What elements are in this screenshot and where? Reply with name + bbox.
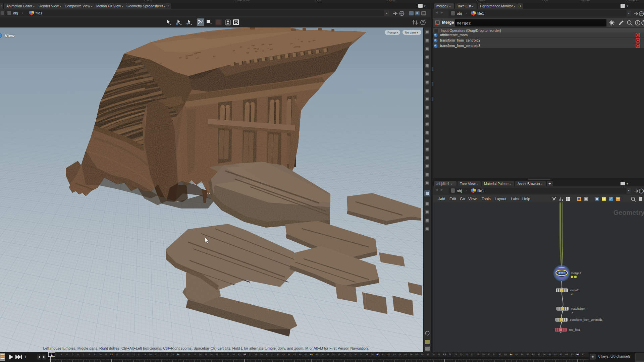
svg-text:31: 31: [216, 353, 218, 356]
svg-text:transform_from_centroid5: transform_from_centroid5: [570, 318, 603, 321]
svg-text:9: 9: [94, 353, 96, 356]
svg-text:70: 70: [432, 353, 435, 356]
svg-text:2: 2: [55, 353, 57, 356]
svg-text:15: 15: [127, 353, 129, 356]
svg-text:23: 23: [171, 353, 174, 356]
svg-text:97: 97: [582, 353, 585, 356]
svg-text:68: 68: [421, 353, 424, 356]
svg-text:88: 88: [532, 353, 535, 356]
svg-text:20: 20: [155, 353, 157, 356]
svg-text:Left mouse tumbles. Middle pan: Left mouse tumbles. Middle pans. Right d…: [43, 346, 369, 350]
svg-text:63: 63: [393, 353, 396, 356]
svg-text:89: 89: [538, 353, 540, 356]
svg-text:29: 29: [205, 353, 207, 356]
svg-text:90: 90: [543, 353, 546, 356]
svg-text:17: 17: [138, 353, 141, 356]
svg-text:41: 41: [271, 353, 274, 356]
svg-text:i: i: [427, 332, 427, 335]
svg-text:94: 94: [566, 353, 568, 356]
svg-text:6: 6: [77, 353, 79, 356]
svg-text:Geometry: Geometry: [613, 209, 644, 216]
svg-text:Persp ▾: Persp ▾: [387, 31, 398, 34]
svg-text:62: 62: [388, 353, 390, 356]
svg-text:8: 8: [89, 353, 90, 356]
svg-text:10: 10: [99, 353, 102, 356]
svg-text:11: 11: [105, 353, 107, 356]
svg-text:27: 27: [194, 353, 196, 356]
svg-text:42: 42: [277, 353, 279, 356]
svg-text:30: 30: [210, 353, 213, 356]
svg-text:12: 12: [110, 353, 113, 356]
svg-text:18: 18: [144, 353, 146, 356]
svg-text:View: View: [5, 33, 15, 38]
svg-text:92: 92: [554, 353, 557, 356]
svg-text:36: 36: [243, 353, 246, 356]
svg-text:91: 91: [549, 353, 551, 356]
svg-text:87: 87: [527, 353, 529, 356]
svg-text:39: 39: [260, 353, 263, 356]
svg-text:52: 52: [332, 353, 335, 356]
svg-text:64: 64: [399, 353, 401, 356]
svg-text:67: 67: [416, 353, 418, 356]
svg-text:49: 49: [316, 353, 318, 356]
svg-text:22: 22: [166, 353, 168, 356]
svg-text:80: 80: [488, 353, 490, 356]
svg-text:32: 32: [221, 353, 224, 356]
svg-text:33: 33: [227, 353, 229, 356]
svg-text:71: 71: [438, 353, 440, 356]
svg-text:3: 3: [61, 353, 62, 356]
svg-text:◢: ◢: [571, 311, 573, 313]
svg-text:matchsize4: matchsize4: [571, 307, 585, 310]
svg-text:38: 38: [255, 353, 257, 356]
svg-text:No cam ▾: No cam ▾: [405, 31, 418, 34]
svg-text:19: 19: [149, 353, 152, 356]
svg-text:?: ?: [422, 21, 424, 24]
svg-text:51: 51: [327, 353, 329, 356]
svg-text:95: 95: [571, 353, 574, 356]
svg-text:37: 37: [249, 353, 252, 356]
svg-text:82: 82: [499, 353, 501, 356]
svg-text:40: 40: [266, 353, 268, 356]
svg-text:96: 96: [576, 353, 579, 356]
svg-text:34: 34: [232, 353, 235, 356]
svg-text:79: 79: [482, 353, 485, 356]
svg-text:86: 86: [521, 353, 524, 356]
svg-text:48: 48: [310, 353, 313, 356]
svg-text:53: 53: [338, 353, 340, 356]
svg-text:◢: ◢: [571, 293, 573, 295]
svg-text:75: 75: [460, 353, 463, 356]
svg-text:35: 35: [238, 353, 240, 356]
svg-text:14: 14: [121, 353, 124, 356]
svg-text:60: 60: [377, 353, 379, 356]
svg-text:45: 45: [293, 353, 296, 356]
svg-text:73: 73: [449, 353, 451, 356]
svg-text:65: 65: [405, 353, 407, 356]
svg-text:16: 16: [132, 353, 135, 356]
svg-text:56: 56: [355, 353, 357, 356]
svg-text:i: i: [637, 21, 638, 25]
svg-text:76: 76: [466, 353, 468, 356]
svg-text:43: 43: [282, 353, 285, 356]
svg-text:85: 85: [516, 353, 518, 356]
svg-text:4: 4: [66, 353, 68, 356]
svg-text:26: 26: [188, 353, 191, 356]
svg-text:rop_fbx1: rop_fbx1: [569, 328, 580, 331]
svg-text:93: 93: [560, 353, 562, 356]
svg-text:59: 59: [371, 353, 374, 356]
svg-text:66: 66: [410, 353, 413, 356]
svg-text:25: 25: [182, 353, 185, 356]
svg-text:84: 84: [510, 353, 513, 356]
svg-text:1: 1: [51, 353, 52, 356]
svg-text:81: 81: [493, 353, 496, 356]
svg-text:74: 74: [454, 353, 457, 356]
svg-text:44: 44: [288, 353, 290, 356]
svg-text:28: 28: [199, 353, 202, 356]
svg-text:72: 72: [443, 353, 446, 356]
svg-text:7: 7: [83, 353, 84, 356]
svg-text:55: 55: [349, 353, 352, 356]
svg-text:clone2: clone2: [570, 289, 579, 292]
svg-text:58: 58: [366, 353, 368, 356]
svg-text:50: 50: [321, 353, 324, 356]
svg-text:13: 13: [116, 353, 118, 356]
svg-text:77: 77: [471, 353, 474, 356]
